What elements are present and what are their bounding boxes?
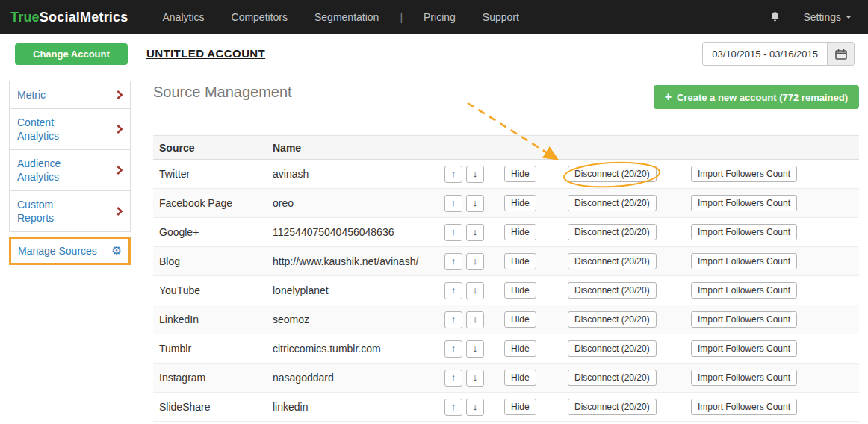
hide-button[interactable]: Hide [504,253,536,269]
nav-analytics[interactable]: Analytics [149,11,217,23]
row-source: YouTube [153,284,273,296]
hide-button[interactable]: Hide [504,370,536,386]
import-followers-button[interactable]: Import Followers Count [691,399,797,415]
table-row: LinkedIn seomoz ↑ ↓ Hide Disconnect (20/… [153,305,859,334]
hide-button[interactable]: Hide [504,224,536,240]
chevron-right-icon [117,125,123,134]
table-row: SlideShare linkedin ↑ ↓ Hide Disconnect … [153,393,859,422]
hide-button[interactable]: Hide [504,311,536,328]
import-followers-button[interactable]: Import Followers Count [691,282,797,299]
hide-button[interactable]: Hide [504,399,536,415]
row-source: Tumblr [153,343,273,355]
change-account-button[interactable]: Change Account [15,43,128,65]
table-body: Twitter avinash ↑ ↓ Hide Disconnect (20/… [153,160,859,422]
row-name: oreo [273,197,444,209]
disconnect-button[interactable]: Disconnect (20/20) [568,166,657,182]
sidebar-group: Metric Content Analytics Audience Analyt… [9,81,131,232]
disconnect-button[interactable]: Disconnect (20/20) [568,399,657,415]
disconnect-button[interactable]: Disconnect (20/20) [568,311,657,328]
row-name: 112544075040456048636 [273,226,444,238]
nav-pricing[interactable]: Pricing [410,11,469,23]
hide-button[interactable]: Hide [504,282,536,299]
disconnect-button[interactable]: Disconnect (20/20) [568,224,657,240]
move-up-button[interactable]: ↑ [444,166,462,183]
import-followers-button[interactable]: Import Followers Count [691,224,797,240]
sidebar-item-label: Metric [17,88,92,102]
move-down-button[interactable]: ↓ [466,253,484,270]
move-down-button[interactable]: ↓ [466,399,484,416]
notifications-bell-icon[interactable] [769,11,781,23]
nav-support[interactable]: Support [469,11,533,23]
nav-segmentation[interactable]: Segmentation [301,11,392,23]
import-followers-button[interactable]: Import Followers Count [691,311,797,328]
sidebar-item-custom-reports[interactable]: Custom Reports [10,191,130,231]
move-up-button[interactable]: ↑ [444,311,462,328]
disconnect-button[interactable]: Disconnect (20/20) [568,340,657,357]
move-down-button[interactable]: ↓ [466,370,484,387]
settings-label: Settings [803,11,841,23]
chevron-right-icon [117,166,123,175]
table-row: Blog http://www.kaushik.net/avinash/ ↑ ↓… [153,247,859,276]
move-down-button[interactable]: ↓ [466,195,484,212]
top-navigation: Analytics Competitors Segmentation | Pri… [149,11,532,23]
table-row: Twitter avinash ↑ ↓ Hide Disconnect (20/… [153,160,859,189]
chevron-right-icon [117,207,123,216]
table-row: Facebook Page oreo ↑ ↓ Hide Disconnect (… [153,189,859,218]
move-down-button[interactable]: ↓ [466,311,484,328]
sidebar-item-content-analytics[interactable]: Content Analytics [10,109,130,150]
move-up-button[interactable]: ↑ [444,370,462,387]
import-followers-button[interactable]: Import Followers Count [691,195,797,211]
row-source: Instagram [153,372,273,384]
row-name: avinash [273,168,444,180]
logo-text-green: True [10,10,40,25]
hide-button[interactable]: Hide [504,166,536,182]
move-down-button[interactable]: ↓ [466,166,484,183]
create-account-label: Create a new account (772 remained) [677,92,848,103]
logo-text-rest: SocialMetrics [40,10,128,25]
disconnect-button[interactable]: Disconnect (20/20) [568,253,657,269]
calendar-button[interactable] [827,43,854,65]
sidebar-item-manage-sources[interactable]: Manage Sources ⚙ [9,237,131,265]
sidebar-item-label: Manage Sources [18,244,97,258]
row-source: Blog [153,255,273,267]
disconnect-button[interactable]: Disconnect (20/20) [568,195,657,211]
move-down-button[interactable]: ↓ [466,224,484,241]
row-name: seomoz [273,314,444,325]
move-up-button[interactable]: ↑ [444,399,462,416]
move-down-button[interactable]: ↓ [466,340,484,358]
import-followers-button[interactable]: Import Followers Count [691,340,797,357]
page-title: Source Management [153,84,292,101]
move-up-button[interactable]: ↑ [444,224,462,241]
row-source: Google+ [153,226,273,238]
sidebar-item-metric[interactable]: Metric [10,81,130,109]
create-account-button[interactable]: + Create a new account (772 remained) [654,85,859,109]
date-range-picker[interactable]: 03/10/2015 - 03/16/2015 [702,42,855,66]
hide-button[interactable]: Hide [504,340,536,357]
account-title: UNTITLED ACCOUNT [146,47,265,60]
import-followers-button[interactable]: Import Followers Count [691,253,797,269]
sidebar-item-label: Content Analytics [17,116,92,143]
move-down-button[interactable]: ↓ [466,282,484,299]
row-source: Twitter [153,168,273,180]
disconnect-button[interactable]: Disconnect (20/20) [568,370,657,386]
nav-competitors[interactable]: Competitors [218,11,301,23]
sidebar-item-audience-analytics[interactable]: Audience Analytics [10,150,130,191]
topbar: TrueSocialMetrics Analytics Competitors … [0,0,868,34]
table-row: Tumblr citriccomics.tumblr.com ↑ ↓ Hide … [153,334,859,364]
import-followers-button[interactable]: Import Followers Count [691,370,797,386]
hide-button[interactable]: Hide [504,195,536,211]
app-logo[interactable]: TrueSocialMetrics [10,10,128,25]
table-row: Instagram nasagoddard ↑ ↓ Hide Disconnec… [153,364,859,393]
row-name: lonelyplanet [273,284,444,296]
settings-menu[interactable]: Settings [803,11,852,23]
sidebar-item-label: Audience Analytics [17,157,92,184]
move-up-button[interactable]: ↑ [444,282,462,299]
import-followers-button[interactable]: Import Followers Count [691,166,797,182]
row-name: linkedin [273,401,444,413]
row-name: http://www.kaushik.net/avinash/ [273,255,444,267]
row-source: LinkedIn [153,314,273,325]
move-up-button[interactable]: ↑ [444,253,462,270]
move-up-button[interactable]: ↑ [444,340,462,358]
move-up-button[interactable]: ↑ [444,195,462,212]
disconnect-button[interactable]: Disconnect (20/20) [568,282,657,299]
